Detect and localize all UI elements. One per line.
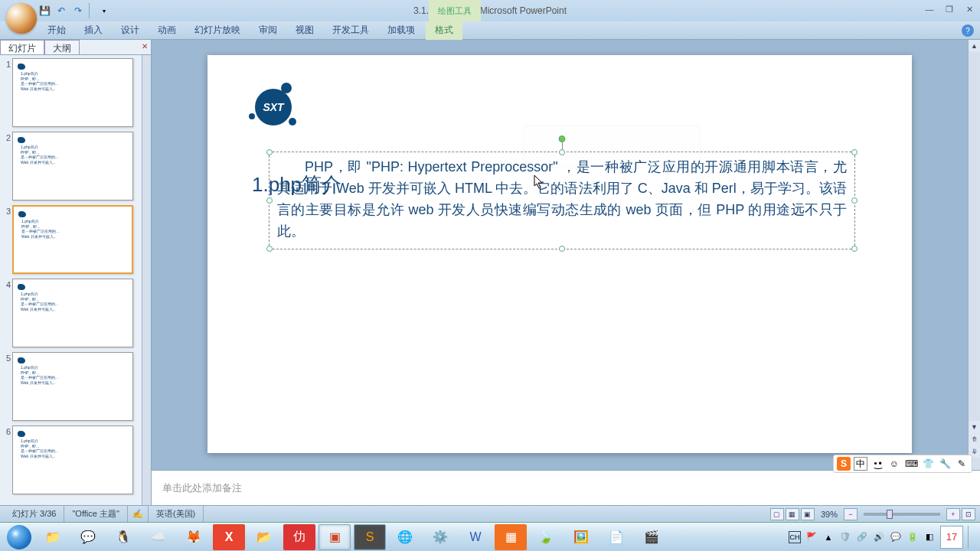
status-language[interactable]: 英语(美国) (149, 506, 204, 522)
tab-review[interactable]: 审阅 (250, 21, 286, 40)
vertical-scrollbar[interactable]: ▲ ▼ ⤊ ⤋ (968, 40, 980, 470)
tray-safe-icon[interactable]: 🛡️ (839, 531, 851, 543)
tray-net-icon[interactable]: 🔗 (856, 531, 868, 543)
tab-format[interactable]: 格式 (426, 21, 462, 40)
resize-handle-n[interactable] (559, 149, 565, 155)
tray-calendar[interactable]: 17 (940, 526, 963, 549)
tray-ime-icon[interactable]: CH (789, 531, 801, 543)
scroll-down-icon[interactable]: ▼ (969, 421, 980, 433)
task-powerpoint-icon[interactable]: ▣ (318, 524, 351, 550)
task-qq-icon[interactable]: 🐧 (107, 524, 139, 550)
tray-flag-icon[interactable]: 🚩 (805, 531, 818, 543)
undo-icon[interactable]: ↶ (54, 3, 69, 18)
tab-developer[interactable]: 开发工具 (323, 21, 378, 40)
close-button[interactable]: ✕ (962, 3, 977, 15)
thumbnail-scrollbar[interactable] (142, 55, 151, 505)
start-button[interactable] (3, 524, 35, 550)
tab-slideshow[interactable]: 幻灯片放映 (185, 21, 250, 40)
task-folder2-icon[interactable]: 📂 (248, 524, 280, 550)
ime-settings-icon[interactable]: ✎ (955, 457, 969, 471)
slide-canvas[interactable]: SXT 1.php简介 PHP (152, 40, 968, 470)
thumbnail-row[interactable]: 61.php简介PHP，即...是一种被广泛应用的...Web 开发并可嵌入..… (2, 425, 140, 494)
thumbnail-row[interactable]: 51.php简介PHP，即...是一种被广泛应用的...Web 开发并可嵌入..… (2, 352, 140, 421)
resize-handle-s[interactable] (559, 246, 565, 252)
task-sublime-icon[interactable]: S (354, 524, 386, 550)
thumbnail[interactable]: 1.php简介PHP，即...是一种被广泛应用的...Web 开发并可嵌入... (12, 352, 133, 421)
ime-softkb-icon[interactable]: ⌨ (904, 457, 918, 471)
fit-window-icon[interactable]: ⊡ (962, 508, 975, 520)
task-evernote-icon[interactable]: 🍃 (530, 524, 562, 550)
qat-more-icon[interactable]: ▾ (96, 3, 112, 18)
ime-skin-icon[interactable]: 👕 (921, 457, 935, 471)
tab-animations[interactable]: 动画 (149, 21, 185, 40)
thumbnail[interactable]: 1.php简介PHP，即...是一种被广泛应用的...Web 开发并可嵌入... (12, 205, 133, 274)
notes-pane[interactable]: 单击此处添加备注 (152, 470, 980, 505)
task-explorer-icon[interactable]: 📁 (37, 524, 69, 550)
thumbnail-row[interactable]: 21.php简介PHP，即...是一种被广泛应用的...Web 开发并可嵌入..… (2, 132, 140, 201)
task-firefox-icon[interactable]: 🦊 (178, 524, 210, 550)
thumbnail[interactable]: 1.php简介PHP，即...是一种被广泛应用的...Web 开发并可嵌入... (12, 58, 133, 127)
zoom-slider[interactable] (864, 513, 940, 516)
resize-handle-e[interactable] (851, 197, 858, 204)
tray-up-icon[interactable]: ▲ (822, 531, 835, 543)
thumbnail[interactable]: 1.php简介PHP，即...是一种被广泛应用的...Web 开发并可嵌入... (12, 132, 133, 201)
task-word-icon[interactable]: W (459, 524, 492, 550)
thumbnail[interactable]: 1.php简介PHP，即...是一种被广泛应用的...Web 开发并可嵌入... (12, 279, 133, 347)
task-obs-icon[interactable]: ⚙️ (424, 524, 456, 550)
rotate-handle[interactable] (559, 135, 566, 142)
resize-handle-se[interactable] (851, 246, 858, 252)
task-xampp-icon[interactable]: ▦ (495, 524, 527, 550)
zoom-in-icon[interactable]: + (946, 508, 960, 520)
show-desktop-button[interactable] (968, 526, 974, 549)
redo-icon[interactable]: ↷ (70, 3, 86, 18)
resize-handle-nw[interactable] (266, 149, 273, 155)
ime-tool-icon[interactable]: 🔧 (938, 457, 952, 471)
tab-design[interactable]: 设计 (112, 21, 149, 40)
thumbnail-row[interactable]: 41.php简介PHP，即...是一种被广泛应用的...Web 开发并可嵌入..… (2, 279, 140, 347)
thumbnail-row[interactable]: 31.php简介PHP，即...是一种被广泛应用的...Web 开发并可嵌入..… (2, 205, 140, 274)
zoom-out-icon[interactable]: − (844, 508, 858, 520)
task-paint-icon[interactable]: 🖼️ (565, 524, 597, 550)
prev-slide-icon[interactable]: ⤊ (969, 433, 980, 445)
resize-handle-sw[interactable] (266, 246, 273, 252)
panel-tab-outline[interactable]: 大纲 (44, 40, 80, 54)
tab-insert[interactable]: 插入 (75, 21, 112, 40)
minimize-button[interactable]: — (922, 3, 937, 15)
thumbnail[interactable]: 1.php简介PHP，即...是一种被广泛应用的...Web 开发并可嵌入... (12, 425, 133, 494)
task-wechat-icon[interactable]: 💬 (72, 524, 104, 550)
status-spellcheck-icon[interactable]: ✍ (128, 506, 149, 522)
maximize-button[interactable]: ❐ (942, 3, 957, 15)
tray-app-icon[interactable]: ◧ (923, 531, 936, 543)
tray-msg-icon[interactable]: 💬 (890, 531, 902, 543)
tab-view[interactable]: 视图 (286, 21, 323, 40)
tab-addins[interactable]: 加载项 (378, 21, 424, 40)
panel-close-icon[interactable]: ✕ (139, 40, 151, 52)
help-icon[interactable]: ? (962, 24, 974, 37)
resize-handle-ne[interactable] (851, 149, 858, 155)
tray-battery-icon[interactable]: 🔋 (906, 531, 919, 543)
office-button[interactable] (6, 3, 37, 34)
resize-handle-w[interactable] (266, 197, 273, 204)
textbox-selected[interactable]: PHP，即 "PHP: Hypertext Preprocessor" ，是一种… (269, 152, 855, 249)
ime-mode-badge[interactable]: 中 (854, 457, 867, 471)
task-notepad-icon[interactable]: 📄 (600, 524, 632, 550)
scroll-up-icon[interactable]: ▲ (969, 40, 980, 52)
task-weather-icon[interactable]: ☁️ (142, 524, 175, 550)
zoom-level[interactable]: 39% (821, 510, 838, 519)
task-chrome-icon[interactable]: 🌐 (389, 524, 421, 550)
ime-punct-icon[interactable]: •͜• (871, 457, 884, 471)
task-app-red-icon[interactable]: 仂 (283, 524, 315, 550)
ime-face-icon[interactable]: ☺ (887, 457, 901, 471)
panel-tab-slides[interactable]: 幻灯片 (0, 40, 44, 54)
slide-body-text[interactable]: PHP，即 "PHP: Hypertext Preprocessor" ，是一种… (270, 152, 854, 247)
view-sorter-icon[interactable]: ▦ (786, 508, 799, 520)
tray-vol-icon[interactable]: 🔊 (873, 531, 885, 543)
view-slideshow-icon[interactable]: ▣ (801, 508, 815, 520)
task-xmind-icon[interactable]: X (213, 524, 245, 550)
sogou-logo-icon[interactable]: S (837, 457, 851, 471)
view-normal-icon[interactable]: ▢ (770, 508, 784, 520)
tab-home[interactable]: 开始 (38, 21, 75, 40)
save-icon[interactable]: 💾 (37, 3, 52, 18)
task-recorder-icon[interactable]: 🎬 (635, 524, 668, 550)
thumbnail-row[interactable]: 11.php简介PHP，即...是一种被广泛应用的...Web 开发并可嵌入..… (2, 58, 140, 127)
